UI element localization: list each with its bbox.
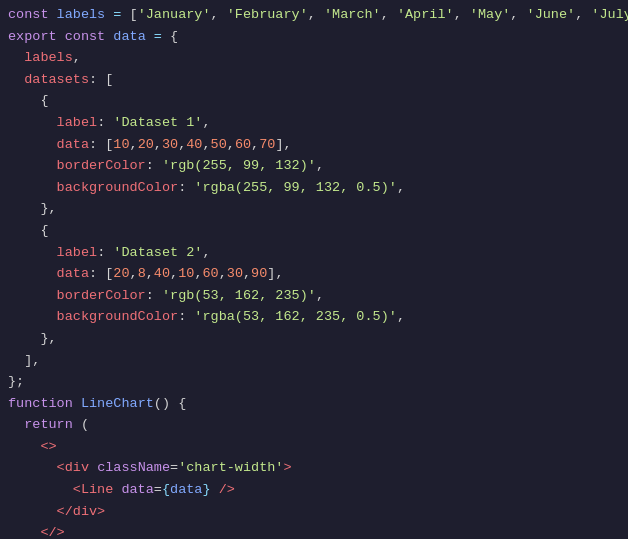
code-line: <Line data={data} />: [0, 479, 628, 501]
token-str: 'rgb(255, 99, 132)': [162, 155, 316, 177]
token-plain: [8, 69, 24, 91]
token-plain: ,: [146, 263, 154, 285]
token-plain: (: [73, 414, 89, 436]
token-plain: ,: [316, 155, 324, 177]
token-plain: {: [8, 220, 49, 242]
code-line: datasets: [: [0, 69, 628, 91]
token-plain: ,: [308, 4, 324, 26]
token-plain: ,: [251, 134, 259, 156]
code-line: export const data = {: [0, 26, 628, 48]
code-line: <>: [0, 436, 628, 458]
token-kw2: =: [154, 26, 162, 48]
code-line: {: [0, 90, 628, 112]
token-num: 8: [138, 263, 146, 285]
token-plain: : [: [89, 263, 113, 285]
token-plain: ,: [130, 134, 138, 156]
token-str: 'Dataset 1': [113, 112, 202, 134]
token-num: 50: [211, 134, 227, 156]
token-prop: datasets: [24, 69, 89, 91]
token-plain: ,: [381, 4, 397, 26]
token-num: 20: [113, 263, 129, 285]
token-plain: ,: [202, 242, 210, 264]
token-kw: const: [8, 4, 57, 26]
token-plain: {: [162, 26, 178, 48]
token-str: 'February': [227, 4, 308, 26]
token-plain: [8, 522, 40, 539]
code-line: },: [0, 328, 628, 350]
token-plain: =: [170, 457, 178, 479]
token-str: 'rgba(53, 162, 235, 0.5)': [194, 306, 397, 328]
token-plain: [8, 414, 24, 436]
token-prop: data: [57, 134, 89, 156]
token-plain: ,: [178, 134, 186, 156]
token-plain: [8, 306, 57, 328]
token-jsx-tag: </div>: [57, 501, 106, 523]
token-var: data: [170, 479, 202, 501]
token-jsx-tag: <div: [57, 457, 98, 479]
token-plain: {: [8, 90, 49, 112]
token-plain: [105, 4, 113, 26]
token-num: 70: [259, 134, 275, 156]
code-line: </>: [0, 522, 628, 539]
token-str: 'July': [591, 4, 628, 26]
code-line: borderColor: 'rgb(255, 99, 132)',: [0, 155, 628, 177]
token-plain: =: [154, 479, 162, 501]
code-line: backgroundColor: 'rgba(255, 99, 132, 0.5…: [0, 177, 628, 199]
token-plain: };: [8, 371, 24, 393]
token-plain: [8, 134, 57, 156]
token-plain: ,: [73, 47, 81, 69]
token-plain: },: [8, 198, 57, 220]
token-plain: [8, 177, 57, 199]
token-jsx-tag: <>: [40, 436, 56, 458]
token-prop: label: [57, 112, 98, 134]
token-str: 'January': [138, 4, 211, 26]
token-jsx-tag: <Line: [73, 479, 122, 501]
token-plain: ,: [243, 263, 251, 285]
token-num: 40: [186, 134, 202, 156]
token-jsx-tag: >: [283, 457, 291, 479]
token-var: labels: [57, 4, 106, 26]
token-str: 'rgb(53, 162, 235)': [162, 285, 316, 307]
token-plain: ,: [397, 177, 405, 199]
token-prop: borderColor: [57, 155, 146, 177]
token-kw: function: [8, 393, 81, 415]
token-var: data: [113, 26, 145, 48]
token-str: 'April': [397, 4, 454, 26]
token-jsx-brace: {: [162, 479, 170, 501]
token-num: 10: [113, 134, 129, 156]
token-plain: ,: [454, 4, 470, 26]
token-plain: ,: [211, 4, 227, 26]
token-kw: return: [24, 414, 73, 436]
token-num: 60: [235, 134, 251, 156]
token-plain: : [: [89, 69, 113, 91]
token-plain: [8, 155, 57, 177]
token-str: 'May': [470, 4, 511, 26]
token-prop: labels: [24, 47, 73, 69]
code-line: data: [10,20,30,40,50,60,70],: [0, 134, 628, 156]
token-plain: [8, 112, 57, 134]
token-plain: :: [97, 112, 113, 134]
token-plain: [: [121, 4, 137, 26]
token-plain: ,: [154, 134, 162, 156]
token-num: 30: [162, 134, 178, 156]
token-fn: LineChart: [81, 393, 154, 415]
code-line: backgroundColor: 'rgba(53, 162, 235, 0.5…: [0, 306, 628, 328]
token-num: 30: [227, 263, 243, 285]
token-plain: ],: [8, 350, 40, 372]
token-str: 'rgba(255, 99, 132, 0.5)': [194, 177, 397, 199]
token-kw: export: [8, 26, 65, 48]
token-plain: ,: [575, 4, 591, 26]
token-prop: borderColor: [57, 285, 146, 307]
token-plain: ,: [202, 134, 210, 156]
token-plain: [211, 479, 219, 501]
token-jsx-tag: />: [219, 479, 235, 501]
token-plain: () {: [154, 393, 186, 415]
token-str: 'chart-width': [178, 457, 283, 479]
token-num: 40: [154, 263, 170, 285]
token-plain: ,: [219, 263, 227, 285]
token-jsx-attr: data: [121, 479, 153, 501]
token-prop: data: [57, 263, 89, 285]
token-jsx-tag: </>: [40, 522, 64, 539]
code-line: labels,: [0, 47, 628, 69]
token-num: 90: [251, 263, 267, 285]
